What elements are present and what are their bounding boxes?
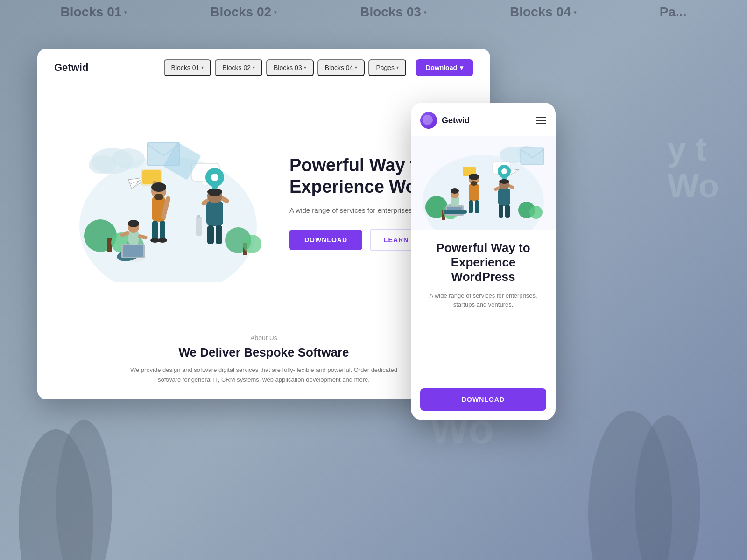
svg-rect-90 bbox=[498, 188, 510, 206]
svg-point-16 bbox=[112, 148, 145, 169]
hero-download-button[interactable]: DOWNLOAD bbox=[289, 230, 362, 250]
svg-rect-94 bbox=[505, 205, 510, 218]
nav-blocks02[interactable]: Blocks 02 ▾ bbox=[215, 59, 262, 76]
svg-point-14 bbox=[243, 235, 261, 253]
svg-point-82 bbox=[471, 181, 477, 186]
mobile-logo-text: Getwid bbox=[442, 116, 536, 126]
hamburger-line-2 bbox=[536, 120, 546, 121]
about-description: We provide design and software digital s… bbox=[128, 365, 399, 385]
download-button[interactable]: Download ▾ bbox=[416, 59, 473, 76]
svg-point-17 bbox=[89, 155, 117, 174]
bg-nav-item-2: Blocks 02 ▾ bbox=[210, 5, 276, 20]
svg-rect-58 bbox=[197, 215, 200, 218]
svg-rect-73 bbox=[444, 210, 467, 214]
nav-blocks01[interactable]: Blocks 01 ▾ bbox=[164, 59, 211, 76]
chevron-icon-2: ▾ bbox=[253, 65, 255, 70]
svg-rect-57 bbox=[196, 217, 202, 236]
svg-point-92 bbox=[499, 179, 509, 184]
chevron-down-icon: ▾ bbox=[460, 64, 463, 71]
mobile-logo-icon bbox=[420, 112, 437, 129]
hamburger-line-1 bbox=[536, 117, 546, 118]
mobile-hero-subtitle: A wide range of services for enterprises… bbox=[420, 291, 546, 309]
bg-nav: Blocks 01 ▾ Blocks 02 ▾ Blocks 03 ▾ Bloc… bbox=[0, 0, 747, 24]
nav-pages[interactable]: Pages ▾ bbox=[368, 59, 406, 76]
mobile-navbar: Getwid bbox=[411, 103, 556, 136]
svg-point-70 bbox=[529, 206, 543, 219]
chevron-icon-5: ▾ bbox=[396, 65, 399, 70]
svg-rect-84 bbox=[475, 200, 479, 213]
svg-point-39 bbox=[154, 194, 163, 200]
svg-rect-28 bbox=[123, 245, 143, 257]
svg-rect-54 bbox=[209, 191, 220, 196]
svg-rect-62 bbox=[521, 148, 544, 165]
mobile-download-button[interactable]: DOWNLOAD bbox=[420, 388, 546, 411]
svg-rect-93 bbox=[499, 205, 503, 218]
chevron-icon-4: ▾ bbox=[355, 65, 357, 70]
bg-nav-item-1: Blocks 01 ▾ bbox=[61, 5, 127, 20]
bg-nav-item-5: Pa... bbox=[660, 5, 687, 20]
svg-rect-8 bbox=[107, 238, 112, 252]
chevron-icon-1: ▾ bbox=[201, 65, 204, 70]
mobile-hero-image bbox=[411, 136, 556, 230]
about-title: We Deliver Bespoke Software bbox=[61, 345, 467, 360]
mobile-hero-title: Powerful Way to Experience WordPress bbox=[420, 241, 546, 285]
desktop-nav-links: Blocks 01 ▾ Blocks 02 ▾ Blocks 03 ▾ Bloc… bbox=[164, 59, 473, 76]
svg-rect-79 bbox=[469, 183, 479, 201]
hamburger-line-3 bbox=[536, 123, 546, 124]
svg-rect-42 bbox=[160, 221, 165, 239]
hero-illustration bbox=[56, 124, 280, 282]
svg-rect-41 bbox=[152, 221, 158, 239]
nav-blocks03[interactable]: Blocks 03 ▾ bbox=[266, 59, 314, 76]
about-label: About Us bbox=[61, 334, 467, 342]
svg-point-40 bbox=[151, 182, 166, 192]
nav-blocks04[interactable]: Blocks 04 ▾ bbox=[317, 59, 365, 76]
svg-point-81 bbox=[469, 174, 479, 180]
svg-point-47 bbox=[211, 174, 218, 181]
svg-point-31 bbox=[128, 220, 139, 227]
bg-nav-item-3: Blocks 03 ▾ bbox=[360, 5, 426, 20]
svg-rect-55 bbox=[207, 225, 214, 244]
svg-point-86 bbox=[501, 168, 507, 174]
svg-point-76 bbox=[451, 188, 459, 194]
chevron-icon-3: ▾ bbox=[304, 65, 306, 70]
bg-hero-text: y tWo bbox=[667, 131, 719, 204]
svg-point-59 bbox=[423, 155, 544, 230]
svg-rect-83 bbox=[469, 200, 473, 213]
hamburger-menu[interactable] bbox=[536, 117, 546, 124]
svg-rect-51 bbox=[206, 201, 223, 226]
mobile-card: Getwid bbox=[411, 103, 556, 420]
desktop-logo: Getwid bbox=[54, 62, 88, 74]
svg-rect-56 bbox=[216, 225, 222, 244]
svg-point-44 bbox=[158, 238, 167, 243]
bg-nav-item-4: Blocks 04 ▾ bbox=[510, 5, 576, 20]
svg-point-6 bbox=[79, 156, 257, 282]
desktop-navbar: Getwid Blocks 01 ▾ Blocks 02 ▾ Blocks 03… bbox=[37, 49, 490, 86]
